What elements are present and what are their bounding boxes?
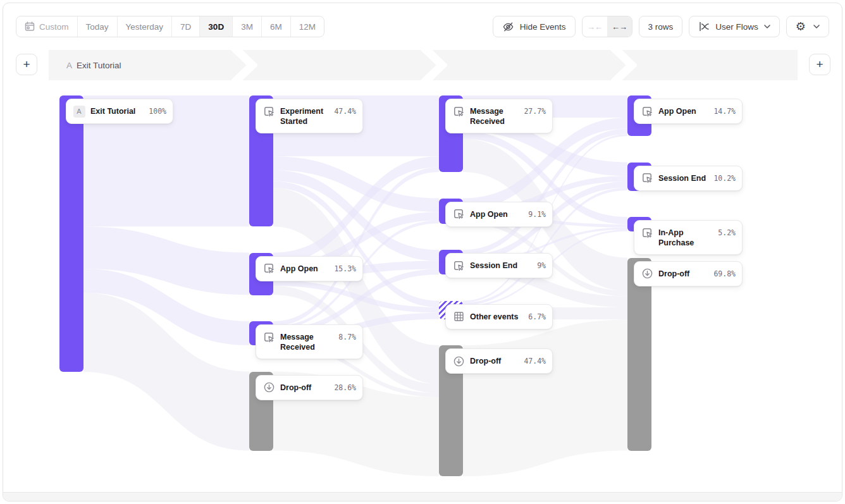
sankey-link — [273, 280, 439, 313]
flow-node-pct: 10.2% — [713, 172, 736, 183]
flow-node-label: Drop-off — [658, 267, 708, 279]
user-flows-canvas: AExit Tutorial100%Experiment Started47.4… — [3, 3, 842, 501]
event-icon — [263, 331, 275, 343]
flow-node-label: Message Received — [470, 105, 519, 127]
flow-node-label: App Open — [280, 262, 329, 274]
event-icon-wrap — [641, 172, 653, 185]
flow-node-label: Drop-off — [470, 355, 519, 366]
event-icon-wrap — [641, 105, 653, 118]
flow-node-card-app-open[interactable]: App Open14.7% — [634, 99, 743, 124]
flow-node-pct: 9% — [537, 259, 546, 270]
flow-node-pct: 27.7% — [524, 105, 546, 116]
flow-node-card-drop-off[interactable]: Drop-off28.6% — [256, 375, 363, 400]
flow-node-label: In-App Purchase — [658, 226, 713, 249]
flow-node-card-experiment-started[interactable]: Experiment Started47.4% — [256, 99, 363, 133]
flow-node-card-message-received[interactable]: Message Received8.7% — [256, 324, 363, 359]
sankey-bar-drop-off[interactable] — [627, 258, 651, 451]
sankey-link — [83, 226, 249, 295]
sankey-bar-exit-tutorial[interactable] — [59, 95, 83, 372]
event-icon-wrap — [262, 105, 275, 118]
flow-node-label: Session End — [658, 172, 708, 183]
flow-node-label: Session End — [470, 259, 532, 271]
event-icon — [453, 260, 465, 272]
flow-node-label: Message Received — [280, 331, 333, 353]
event-icon-wrap — [262, 262, 275, 275]
sankey-link — [273, 168, 439, 326]
flow-node-pct: 28.6% — [334, 381, 356, 392]
flow-node-pct: 15.3% — [334, 262, 356, 273]
event-icon-wrap — [452, 208, 465, 221]
sankey-link — [463, 319, 627, 476]
drop-off-icon-wrap — [262, 381, 275, 394]
event-icon-wrap — [641, 226, 653, 239]
flow-node-label: Drop-off — [280, 381, 329, 393]
bottom-scroll-strip[interactable] — [3, 492, 842, 501]
event-icon — [641, 106, 653, 118]
event-icon — [453, 106, 465, 118]
event-icon — [641, 172, 653, 184]
drop-off-icon — [263, 381, 275, 393]
flow-node-card-message-received[interactable]: Message Received27.7% — [445, 99, 553, 133]
sankey-link — [83, 269, 249, 345]
step-letter-badge-wrap: A — [73, 105, 85, 118]
flow-node-card-app-open[interactable]: App Open9.1% — [445, 202, 553, 227]
sankey-link — [273, 156, 439, 212]
flow-node-label: Experiment Started — [280, 105, 329, 127]
flow-node-pct: 47.4% — [524, 355, 546, 366]
flow-node-card-session-end[interactable]: Session End9% — [445, 253, 553, 278]
drop-off-icon-wrap — [452, 355, 465, 367]
drop-off-icon — [641, 267, 653, 280]
flow-node-pct: 47.4% — [334, 105, 356, 116]
event-icon-wrap — [452, 310, 465, 323]
flow-node-label: App Open — [658, 105, 708, 116]
user-flows-panel: Custom Today Yesterday 7D 30D 3M 6M 12M … — [3, 3, 842, 501]
flow-node-card-in-app-purchase[interactable]: In-App Purchase5.2% — [634, 220, 743, 255]
sankey-link — [83, 293, 249, 450]
flow-node-card-session-end[interactable]: Session End10.2% — [634, 166, 743, 191]
flow-node-card-other-events[interactable]: Other events6.7% — [445, 304, 553, 329]
flow-node-pct: 6.7% — [528, 310, 546, 321]
flow-node-pct: 14.7% — [713, 105, 736, 116]
event-icon-wrap — [452, 105, 465, 118]
flow-node-pct: 8.7% — [338, 331, 356, 341]
event-icon — [263, 262, 275, 274]
flow-node-pct: 5.2% — [718, 226, 736, 237]
flow-node-label: App Open — [470, 208, 523, 219]
flow-node-label: Other events — [470, 310, 523, 322]
flow-node-card-app-open[interactable]: App Open15.3% — [256, 256, 363, 281]
sankey-link — [463, 128, 627, 255]
flow-node-card-drop-off[interactable]: Drop-off47.4% — [445, 348, 553, 374]
step-letter-badge: A — [73, 106, 85, 118]
flow-node-card-exit-tutorial[interactable]: AExit Tutorial100% — [66, 99, 173, 124]
flow-node-pct: 100% — [149, 105, 166, 116]
sankey-link — [273, 170, 439, 261]
flow-node-pct: 69.8% — [713, 267, 736, 278]
event-icon-wrap — [262, 331, 275, 343]
flow-node-card-drop-off[interactable]: Drop-off69.8% — [634, 261, 743, 286]
drop-off-icon — [453, 355, 465, 367]
sankey-link — [273, 156, 439, 264]
drop-off-icon-wrap — [641, 267, 653, 280]
event-icon — [453, 208, 465, 220]
sankey-link — [273, 181, 439, 307]
event-icon — [263, 106, 275, 118]
other-events-icon — [453, 310, 465, 323]
flow-node-pct: 9.1% — [528, 208, 546, 219]
event-icon-wrap — [452, 259, 465, 272]
flow-node-label: Exit Tutorial — [90, 105, 144, 116]
event-icon — [641, 227, 653, 239]
